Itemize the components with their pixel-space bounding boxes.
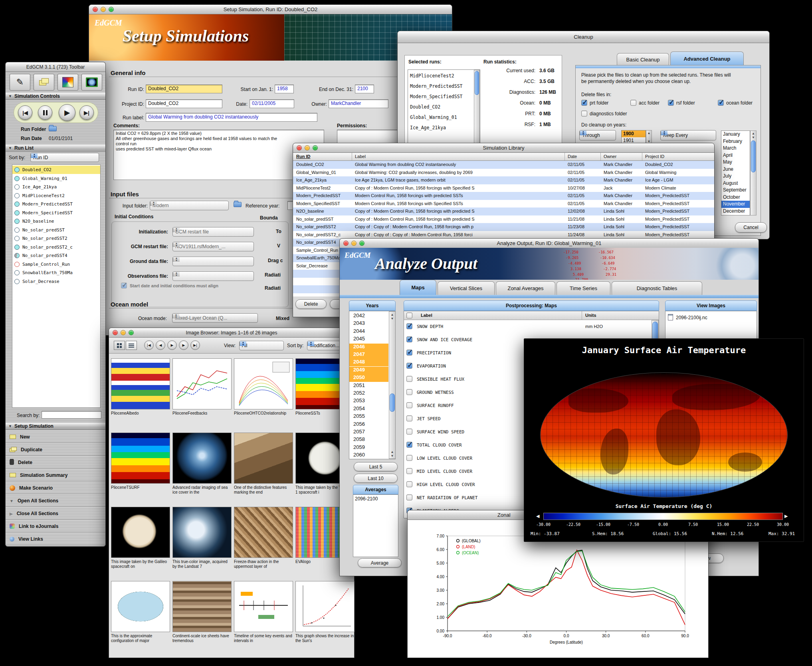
- library-row[interactable]: Ice_Age_21kyaIce Age 21kya, LGM trace ga…: [293, 176, 714, 184]
- run-list-item[interactable]: No_solar_predSST2_c: [12, 243, 100, 251]
- menu-item-delete[interactable]: Delete: [6, 456, 105, 468]
- run-list-item[interactable]: No_solar_predSST4: [12, 251, 100, 260]
- thumbnail-globe[interactable]: [172, 433, 232, 484]
- field-checkbox[interactable]: [406, 468, 412, 474]
- field-checkbox[interactable]: [406, 429, 412, 435]
- month-item-august[interactable]: August: [721, 180, 750, 187]
- tab-basic-cleanup[interactable]: Basic Cleanup: [617, 53, 669, 65]
- field-checkbox[interactable]: [406, 336, 412, 342]
- list-view-button[interactable]: [126, 341, 137, 350]
- browser-titlebar[interactable]: Image Browser: Images 1–16 of 26 images: [109, 328, 354, 338]
- years-mini-scrollbar[interactable]: ▲▼: [646, 130, 652, 144]
- project-id-field[interactable]: Doubled_CO2: [146, 99, 222, 108]
- col-project-id[interactable]: Project ID: [645, 154, 664, 159]
- library-row[interactable]: No_solar_predSSTCopy of : Modern Control…: [293, 215, 714, 223]
- thumbnail-landsat[interactable]: [172, 507, 232, 558]
- run-id-field[interactable]: Doubled_CO2: [146, 85, 222, 93]
- setup-simulation-header[interactable]: ▼Setup Simulation: [6, 423, 105, 430]
- year-item-2053[interactable]: 2053: [349, 397, 388, 405]
- checkbox-ocean-folder[interactable]: [718, 100, 724, 106]
- thumbnail-timeline[interactable]: [234, 581, 293, 632]
- field-checkbox[interactable]: [406, 350, 412, 356]
- run-list[interactable]: Doubled_CO2Global_Warming_01Ice_Age_21ky…: [12, 164, 101, 408]
- tab-maps[interactable]: Maps: [400, 280, 436, 295]
- library-row[interactable]: Global_Warming_01Global Warming: CO2 gra…: [293, 169, 714, 177]
- edit-pencil-button[interactable]: ✎: [10, 74, 30, 91]
- cleanup-selected-run[interactable]: Modern_SpecifiedSST: [410, 94, 463, 99]
- last10-button[interactable]: Last 10: [354, 474, 398, 483]
- year-item-2059[interactable]: 2059: [349, 444, 388, 452]
- run-list-item[interactable]: N2O_baseline: [12, 217, 100, 225]
- thumbnail-albedo[interactable]: [111, 358, 170, 409]
- year-item-2047[interactable]: 2047: [349, 351, 388, 359]
- last-image-button[interactable]: ▶|: [190, 340, 200, 350]
- first-image-button[interactable]: |◀: [144, 340, 154, 350]
- library-titlebar[interactable]: Simulation Library: [293, 143, 714, 153]
- month-item-december[interactable]: December: [721, 208, 750, 215]
- ic-initialization-dropdown[interactable]: GCM restart file▲▼: [172, 227, 254, 237]
- minimize-icon[interactable]: [351, 241, 356, 246]
- keep-every-dropdown[interactable]: Keep Every▲▼: [660, 130, 716, 140]
- library-row[interactable]: Modern_SpecifiedSSTModern Control Run, 1…: [293, 200, 714, 208]
- year-item-2058[interactable]: 2058: [349, 436, 388, 444]
- run-list-item[interactable]: Global_Warming_01: [12, 174, 100, 183]
- month-item-april[interactable]: April: [721, 152, 750, 159]
- folder-icon[interactable]: [234, 202, 242, 207]
- view-dropdown[interactable]: All▲▼: [239, 341, 284, 350]
- year-item-2050[interactable]: 2050: [349, 374, 388, 382]
- months-scrollbar[interactable]: ▲▼: [750, 130, 757, 215]
- cancel-button[interactable]: Cancel: [735, 222, 767, 233]
- duplicate-button[interactable]: [34, 74, 54, 91]
- run-list-item[interactable]: MidPlioceneTest2: [12, 192, 100, 200]
- image-file-item[interactable]: 2096-2100ij.nc: [676, 315, 707, 320]
- tab-zonal-averages[interactable]: Zonal Averages: [496, 281, 555, 295]
- month-item-june[interactable]: June: [721, 166, 750, 173]
- menu-item-simulation-summary[interactable]: Simulation Summary: [6, 469, 105, 481]
- year-item-2060[interactable]: 2060: [349, 452, 388, 459]
- year-item-2052[interactable]: 2052: [349, 390, 388, 397]
- menu-item-make-scenario[interactable]: Make Scenario: [6, 482, 105, 494]
- library-row[interactable]: No_solar_predSST2_cCopy of : Copy of : C…: [293, 231, 714, 239]
- minimize-icon[interactable]: [305, 145, 310, 150]
- align-checkbox[interactable]: [121, 283, 127, 289]
- select-all-checkbox[interactable]: [406, 312, 412, 318]
- checkbox-acc-folder[interactable]: [630, 100, 636, 106]
- owner-field[interactable]: MarkChandler: [329, 99, 388, 108]
- checkbox-rsf-folder[interactable]: [668, 100, 674, 106]
- month-item-january[interactable]: January: [721, 131, 750, 138]
- ic-gcm-restart-file-dropdown[interactable]: NOV1911.rsfModern_...▲▼: [172, 242, 254, 251]
- simulation-controls-header[interactable]: ▼Simulation Controls: [6, 93, 105, 100]
- field-checkbox[interactable]: [406, 455, 412, 461]
- end-year-field[interactable]: 2100: [355, 85, 374, 93]
- library-row[interactable]: N2O_baselineCopy of : Modern Control Run…: [293, 208, 714, 215]
- run-folder-icon[interactable]: [49, 126, 57, 131]
- close-icon[interactable]: [93, 7, 98, 12]
- months-list[interactable]: JanuaryFebruaryMarchAprilMayJuneJulyAugu…: [721, 130, 750, 215]
- through-dropdown[interactable]: Through▲▼: [579, 130, 616, 140]
- run-list-item[interactable]: No_solar_predSST: [12, 226, 100, 234]
- averages-list[interactable]: 2096-2100: [353, 494, 398, 557]
- library-row[interactable]: Modern_PredictedSSTModern Control Run, 1…: [293, 192, 714, 200]
- start-year-field[interactable]: 1958: [275, 85, 294, 93]
- col-owner[interactable]: Owner: [604, 154, 616, 159]
- cleanup-selected-run[interactable]: Ice_Age_21kya: [410, 125, 446, 130]
- thumbnail-europa[interactable]: [111, 507, 170, 558]
- month-item-september[interactable]: September: [721, 187, 750, 194]
- month-item-february[interactable]: February: [721, 138, 750, 145]
- menu-item-close-all-sections[interactable]: ▶Close All Sections: [6, 507, 105, 520]
- sort-by-dropdown[interactable]: Run ID▲▼: [30, 153, 99, 162]
- minimize-icon[interactable]: [101, 7, 106, 12]
- run-list-item[interactable]: Modern_PredictedSST: [12, 200, 100, 208]
- library-row[interactable]: Doubled_CO2Global Warming from doubling …: [293, 161, 714, 169]
- units-column-header[interactable]: Units: [585, 313, 596, 318]
- averages-item[interactable]: 2096-2100: [355, 496, 378, 502]
- analyze-titlebar[interactable]: Analyze Output, Run ID: Global_Warming_0…: [340, 239, 759, 248]
- forward-button[interactable]: ▶|: [79, 105, 94, 120]
- run-list-item[interactable]: SnowballEarth_750Ma: [12, 269, 100, 277]
- date-field[interactable]: 02/11/2005: [250, 99, 294, 108]
- grid-view-button[interactable]: [114, 341, 125, 350]
- cleanup-year-item[interactable]: 1900: [622, 130, 646, 137]
- ic-observations-file-dropdown[interactable]: ▲▼: [172, 271, 254, 281]
- run-label-field[interactable]: Global Warming from doubling CO2 instant…: [146, 113, 317, 122]
- tab-time-series[interactable]: Time Series: [557, 281, 610, 295]
